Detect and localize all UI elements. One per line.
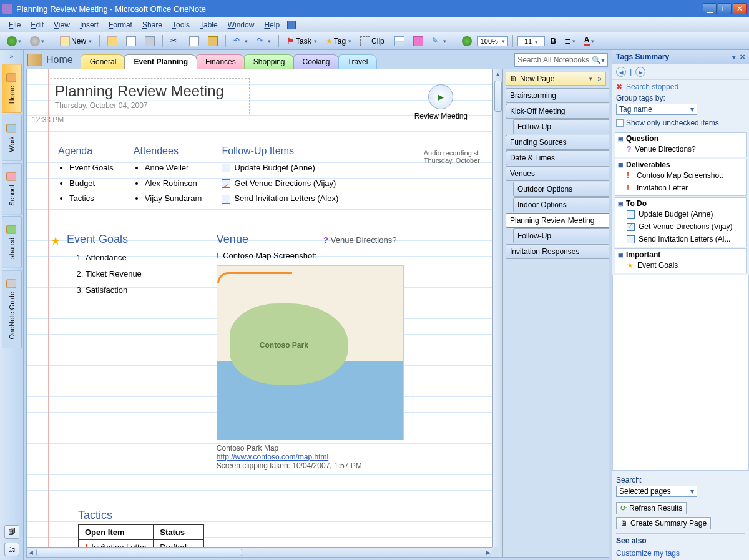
back-button[interactable]: ▾ [4,34,24,48]
menu-table[interactable]: Table [195,19,223,31]
menu-edit[interactable]: Edit [26,19,49,31]
section-tab-travel[interactable]: Travel [338,54,378,69]
show-unchecked-checkbox[interactable]: Show only unchecked items [616,119,745,127]
customize-tags-link[interactable]: Customize my tags [616,549,745,558]
followup-block[interactable]: Follow-Up Items Update Budget (Anne) Get… [222,145,338,207]
font-size-combo[interactable]: 11 ▾ [517,36,545,46]
tag2-icon[interactable] [410,34,426,48]
open-icon[interactable] [104,34,120,48]
checkbox-icon[interactable] [222,195,230,204]
search-input[interactable]: Search All Notebooks🔍▾ [514,53,608,67]
goals-block[interactable]: Event Goals Attendance Ticket Revenue Sa… [67,233,142,470]
font-color-button[interactable]: A▾ [581,34,597,48]
new-button[interactable]: New▾ [57,34,95,48]
copy-icon[interactable] [186,34,202,48]
rail-expand-icon[interactable]: » [9,52,13,60]
checkbox-icon[interactable] [222,164,230,172]
nav-fwd-icon[interactable]: ▸ [635,67,645,77]
page-tab[interactable]: Planning Review Meeting [506,213,609,228]
zoom-combo[interactable]: 100%▾ [477,36,508,46]
section-tab-shopping[interactable]: Shopping [244,54,295,69]
panel-header[interactable]: Tags Summary ▾✕ [612,50,749,64]
checkbox-checked-icon[interactable] [222,179,230,188]
tag-item[interactable]: Send Invitation Letters (Al... [618,233,743,245]
cut-icon[interactable]: ✂ [167,34,184,48]
page-tab[interactable]: Invitation Responses [506,244,609,259]
page-canvas[interactable]: Planning Review Meeting Thursday, Octobe… [27,69,492,547]
help-popout-icon[interactable] [287,21,296,29]
create-summary-button[interactable]: 🗎Create Summary Page [616,517,711,529]
tag-item[interactable]: Update Budget (Anne) [618,208,743,220]
maximize-button[interactable]: □ [718,3,732,14]
play-icon[interactable]: ▸ [428,84,453,109]
notebook-tab-home[interactable]: Home [2,64,22,113]
tag-item[interactable]: ?Venue Directions? [618,143,743,155]
menu-share[interactable]: Share [137,19,167,31]
audio-attachment[interactable]: ▸ Review Meeting [414,84,468,120]
checkbox-checked-icon[interactable] [627,223,635,231]
page-tab[interactable]: Follow-Up [513,119,609,134]
page-tab[interactable]: Date & Times [506,150,609,165]
page-tab[interactable]: Outdoor Options [513,182,609,197]
bold-button[interactable]: B [547,34,559,48]
page-title-block[interactable]: Planning Review Meeting Thursday, Octobe… [51,78,250,114]
venue-block[interactable]: Venue ?Venue Directions? !Contoso Map Sc… [217,233,404,470]
page-tab[interactable]: Follow-Up [513,228,609,243]
page-tab[interactable]: Venues [506,166,609,181]
section-tab-general[interactable]: General [81,54,126,69]
menu-help[interactable]: Help [259,19,285,31]
panel-menu-icon[interactable]: ▾ [732,53,736,61]
minimize-button[interactable]: ▁ [703,3,717,14]
refresh-results-button[interactable]: ⟳Refresh Results [616,502,687,514]
redo-button[interactable]: ↷▾ [253,34,274,48]
notebook-tab-school[interactable]: School [2,163,22,215]
tag-group-header[interactable]: ▣ Important [618,250,743,259]
tag-group-header[interactable]: ▣ To Do [618,199,743,208]
page-title[interactable]: Planning Review Meeting [55,82,224,100]
page-tab[interactable]: Brainstorming [506,88,609,103]
page-tab[interactable]: Kick-Off Meeting [506,104,609,119]
tag-group-header[interactable]: ▣ Question [618,134,743,143]
unfiled-notes-icon[interactable]: 🗐 [4,525,19,539]
all-notebooks-icon[interactable]: 🗂 [4,543,19,556]
agenda-block[interactable]: Agenda Event Goals Budget Tactics [58,145,114,207]
section-tab-finances[interactable]: Finances [196,54,245,69]
checkbox-icon[interactable] [627,235,635,243]
mail-icon[interactable] [123,34,139,48]
notebook-tab-shared[interactable]: shared [2,216,22,268]
notebook-tab-work[interactable]: Work [2,114,22,161]
tag-group-header[interactable]: ▣ Deliverables [618,160,743,169]
tag-item[interactable]: ★Event Goals [618,259,743,272]
table-icon[interactable] [391,34,408,48]
print-icon[interactable] [142,34,158,48]
attendees-block[interactable]: Attendees Anne Weiler Alex Robinson Vija… [134,145,202,207]
menu-window[interactable]: Window [223,19,260,31]
pen-icon[interactable]: ✎▾ [429,34,449,48]
clip-button[interactable]: Clip [357,34,389,48]
panel-nav[interactable]: ◂ | ▸ [612,64,749,80]
close-button[interactable]: ✕ [733,3,747,14]
forward-button[interactable]: ▾ [27,34,47,48]
menu-insert[interactable]: Insert [75,19,104,31]
task-button[interactable]: ⚑Task▾ [283,34,320,48]
tag-button[interactable]: ★Tag▾ [323,34,355,48]
group-by-select[interactable]: Tag name▾ [616,104,697,115]
section-tab-event-planning[interactable]: Event Planning [124,54,197,69]
menu-view[interactable]: View [49,19,75,31]
search-icon[interactable]: 🔍▾ [592,56,605,64]
tag-item[interactable]: !Contoso Map Screenshot: [618,169,743,182]
menu-format[interactable]: Format [104,19,137,31]
menu-file[interactable]: File [4,19,26,31]
notebook-tab-guide[interactable]: OneNote Guide [2,270,22,348]
undo-button[interactable]: ↶▾ [230,34,251,48]
tag-item[interactable]: !Invitation Letter [618,182,743,194]
panel-close-icon[interactable]: ✕ [740,53,745,61]
page-tab[interactable]: Funding Sources [506,135,609,150]
section-tab-cooking[interactable]: Cooking [293,54,340,69]
new-page-button[interactable]: 🗎New Page▾» [506,72,606,86]
vertical-scrollbar[interactable]: ▲▼ [492,69,502,557]
checkbox-icon[interactable] [627,210,635,219]
search-scope-select[interactable]: Selected pages▾ [616,486,697,497]
paste-icon[interactable] [205,34,221,48]
nav-back-icon[interactable]: ◂ [616,67,626,77]
